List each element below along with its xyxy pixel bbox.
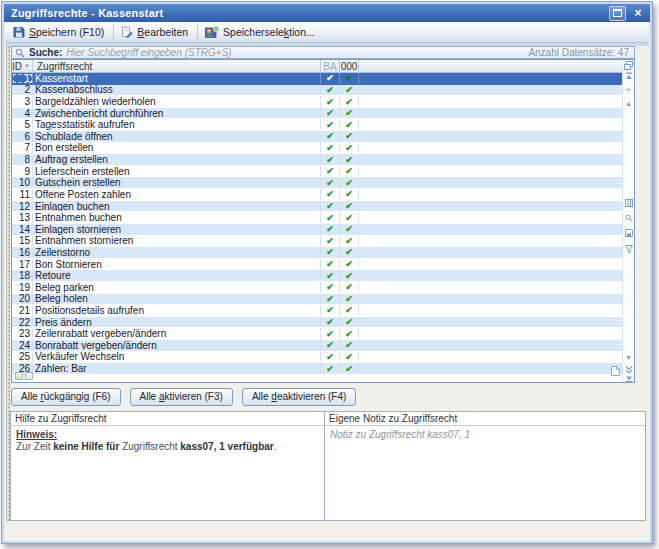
row-ba-toggle[interactable]: ✔ [321, 96, 340, 107]
deactivate-all-button[interactable]: Alle deaktivieren (F4) [242, 388, 356, 406]
row-ba-toggle[interactable]: ✔ [321, 363, 340, 374]
scroll-left-button[interactable] [15, 372, 23, 380]
row-000-toggle[interactable]: ✔ [340, 143, 359, 154]
row-ba-toggle[interactable]: ✔ [321, 212, 340, 223]
scroll-up-page-icon[interactable]: + [623, 86, 634, 94]
table-row[interactable]: 17Bon Stornieren✔✔ [12, 259, 634, 271]
row-000-toggle[interactable]: ✔ [340, 212, 359, 223]
table-row[interactable]: 25Verkäufer Wechseln✔✔ [12, 352, 634, 364]
row-ba-toggle[interactable]: ✔ [321, 352, 340, 363]
row-ba-toggle[interactable]: ✔ [321, 317, 340, 328]
row-000-toggle[interactable]: ✔ [340, 224, 359, 235]
table-row[interactable]: 6Schublade öffnen✔✔ [12, 131, 634, 143]
row-000-toggle[interactable]: ✔ [340, 363, 359, 374]
storage-selection-button[interactable]: Speicherselektion... [201, 25, 321, 40]
scroll-right-button[interactable] [25, 372, 33, 380]
table-row[interactable]: 24Bonrabatt vergeben/ändern✔✔ [12, 340, 634, 352]
table-row[interactable]: 2Kassenabschluss✔✔ [12, 85, 634, 97]
table-row[interactable]: 10Gutschein erstellen✔✔ [12, 177, 634, 189]
row-ba-toggle[interactable]: ✔ [321, 189, 340, 200]
table-row[interactable]: 1Kassenstart✔✔ [12, 73, 634, 85]
table-row[interactable]: 9Lieferschein erstellen✔✔ [12, 166, 634, 178]
row-ba-toggle[interactable]: ✔ [321, 270, 340, 281]
row-ba-toggle[interactable]: ✔ [321, 154, 340, 165]
row-000-toggle[interactable]: ✔ [340, 259, 359, 270]
table-row[interactable]: 16Zeilenstorno✔✔ [12, 247, 634, 259]
row-000-toggle[interactable]: ✔ [340, 247, 359, 258]
row-ba-toggle[interactable]: ✔ [321, 282, 340, 293]
grid-search-icon[interactable] [623, 214, 634, 222]
column-header-zugriffsrecht[interactable]: Zugriffsrecht [33, 60, 321, 72]
row-ba-toggle[interactable]: ✔ [321, 259, 340, 270]
row-ba-toggle[interactable]: ✔ [321, 340, 340, 351]
row-ba-toggle[interactable]: ✔ [321, 85, 340, 96]
row-000-toggle[interactable]: ✔ [340, 189, 359, 200]
note-text[interactable]: Notiz zu Zugriffsrecht kass07, 1 [325, 426, 645, 444]
search-input[interactable] [66, 47, 524, 58]
table-row[interactable]: 13Entnahmen buchen✔✔ [12, 212, 634, 224]
table-row[interactable]: 23Zeilenrabatt vergeben/ändern✔✔ [12, 328, 634, 340]
edit-button[interactable]: Bearbeiten [117, 25, 194, 39]
row-000-toggle[interactable]: ✔ [340, 177, 359, 188]
row-000-toggle[interactable]: ✔ [340, 96, 359, 107]
row-000-toggle[interactable]: ✔ [340, 282, 359, 293]
row-ba-toggle[interactable]: ✔ [321, 131, 340, 142]
row-000-toggle[interactable]: ✔ [340, 236, 359, 247]
row-ba-toggle[interactable]: ✔ [321, 201, 340, 212]
scroll-down-icon[interactable]: ▼ [623, 354, 634, 362]
table-row[interactable]: 7Bon erstellen✔✔ [12, 143, 634, 155]
table-row[interactable]: 5Tagesstatistik aufrufen✔✔ [12, 119, 634, 131]
save-layout-icon[interactable] [623, 229, 634, 237]
columns-icon[interactable] [623, 199, 634, 207]
close-button[interactable]: × [630, 6, 646, 20]
row-ba-toggle[interactable]: ✔ [321, 119, 340, 130]
table-row[interactable]: 14Einlagen stornieren✔✔ [12, 224, 634, 236]
row-ba-toggle[interactable]: ✔ [321, 73, 340, 84]
table-row[interactable]: 19Beleg parken✔✔ [12, 282, 634, 294]
row-ba-toggle[interactable]: ✔ [321, 108, 340, 119]
table-row[interactable]: 3Bargeldzählen wiederholen✔✔ [12, 96, 634, 108]
undo-all-button[interactable]: Alle rückgängig (F6) [11, 388, 121, 406]
table-row[interactable]: 26Zahlen: Bar✔✔ [12, 363, 634, 375]
table-row[interactable]: 12Einlagen buchen✔✔ [12, 201, 634, 213]
row-000-toggle[interactable]: ✔ [340, 270, 359, 281]
column-header-ba[interactable]: BA [321, 60, 340, 72]
row-000-toggle[interactable]: ✔ [340, 201, 359, 212]
row-ba-toggle[interactable]: ✔ [321, 224, 340, 235]
scroll-to-top-icon[interactable] [623, 72, 634, 80]
row-ba-toggle[interactable]: ✔ [321, 236, 340, 247]
row-000-toggle[interactable]: ✔ [340, 294, 359, 305]
row-000-toggle[interactable]: ✔ [340, 119, 359, 130]
column-header-000[interactable]: 000 [340, 60, 359, 72]
table-row[interactable]: 18Retoure✔✔ [12, 270, 634, 282]
row-ba-toggle[interactable]: ✔ [321, 177, 340, 188]
table-row[interactable]: 15Entnahmen stornieren✔✔ [12, 236, 634, 248]
table-row[interactable]: 20Beleg holen✔✔ [12, 294, 634, 306]
table-row[interactable]: 22Preis ändern✔✔ [12, 317, 634, 329]
row-000-toggle[interactable]: ✔ [340, 305, 359, 316]
row-000-toggle[interactable]: ✔ [340, 317, 359, 328]
row-ba-toggle[interactable]: ✔ [321, 305, 340, 316]
title-bar[interactable]: Zugriffsrechte - Kassenstart × [4, 4, 650, 22]
table-row[interactable]: 8Auftrag erstellen✔✔ [12, 154, 634, 166]
activate-all-button[interactable]: Alle aktivieren (F3) [130, 388, 233, 406]
table-row[interactable]: 21Positionsdetails aufrufen✔✔ [12, 305, 634, 317]
row-ba-toggle[interactable]: ✔ [321, 143, 340, 154]
row-000-toggle[interactable]: ✔ [340, 340, 359, 351]
table-row[interactable]: 11Offene Posten zahlen✔✔ [12, 189, 634, 201]
filter-icon[interactable] [623, 245, 634, 254]
row-ba-toggle[interactable]: ✔ [321, 294, 340, 305]
row-000-toggle[interactable]: ✔ [340, 154, 359, 165]
save-button[interactable]: Speichern (F10) [9, 25, 110, 39]
row-000-toggle[interactable]: ✔ [340, 73, 359, 84]
scroll-up-icon[interactable]: ▲ [623, 100, 634, 108]
scroll-to-end-icon[interactable] [623, 375, 634, 383]
row-000-toggle[interactable]: ✔ [340, 85, 359, 96]
row-000-toggle[interactable]: ✔ [340, 166, 359, 177]
scroll-down-page-icon[interactable] [623, 366, 634, 374]
new-record-icon[interactable] [611, 362, 620, 380]
row-000-toggle[interactable]: ✔ [340, 352, 359, 363]
row-ba-toggle[interactable]: ✔ [321, 247, 340, 258]
row-000-toggle[interactable]: ✔ [340, 108, 359, 119]
row-ba-toggle[interactable]: ✔ [321, 166, 340, 177]
